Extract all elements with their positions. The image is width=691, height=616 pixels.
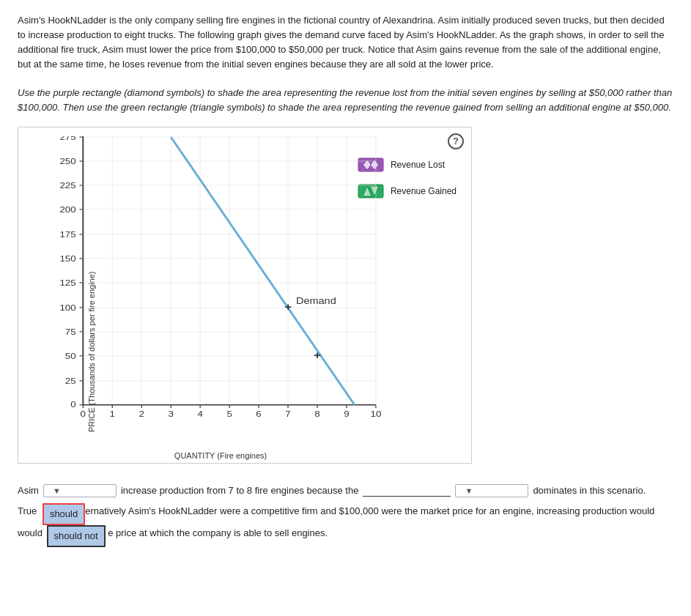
svg-text:6: 6 (256, 409, 261, 418)
sentence-row-2: True should ernatively Asim's HookNLadde… (18, 503, 673, 525)
svg-text:250: 250 (59, 157, 75, 166)
dropdown2-arrow: ▼ (465, 486, 473, 495)
svg-text:3: 3 (168, 409, 173, 418)
svg-text:9: 9 (344, 409, 349, 418)
instruction-paragraph: Use the purple rectangle (diamond symbol… (18, 86, 673, 115)
svg-text:7: 7 (285, 409, 290, 418)
svg-text:50: 50 (65, 352, 76, 361)
suffix-text: dominates in this scenario. (533, 485, 646, 496)
svg-text:Demand: Demand (296, 295, 336, 305)
svg-text:150: 150 (59, 254, 75, 264)
svg-text:+: + (314, 349, 321, 361)
demand-chart: 0 25 50 75 100 125 150 175 200 225 (56, 136, 385, 432)
x-axis-label: QUANTITY (Fire engines) (58, 451, 383, 460)
alt-text-middle: ernatively Asim's HookNLadder were a com… (85, 503, 654, 519)
svg-text:175: 175 (59, 230, 75, 240)
svg-text:5: 5 (226, 409, 232, 418)
svg-text:25: 25 (65, 376, 76, 386)
revenue-lost-label: Revenue Lost (391, 160, 445, 170)
svg-text:200: 200 (59, 205, 75, 215)
middle-text: increase production from 7 to 8 fire eng… (121, 485, 358, 496)
svg-line-75 (171, 137, 355, 405)
asim-label: Asim (18, 485, 39, 496)
would-label: would (18, 525, 45, 541)
svg-text:225: 225 (59, 181, 75, 190)
svg-text:8: 8 (314, 409, 319, 418)
help-icon[interactable]: ? (448, 133, 464, 149)
svg-text:4: 4 (197, 409, 202, 418)
svg-text:+: + (284, 301, 292, 313)
intro-paragraph: Asim's HookNLadder is the only company s… (18, 13, 673, 73)
svg-text:125: 125 (59, 278, 75, 288)
svg-text:275: 275 (59, 136, 75, 142)
svg-text:2: 2 (139, 409, 144, 418)
sentence-row-1: Asim ▼ increase production from 7 to 8 f… (18, 484, 673, 497)
should-not-button[interactable]: should not (47, 525, 106, 547)
blank-field (363, 485, 451, 497)
svg-text:0: 0 (81, 409, 86, 418)
svg-text:0: 0 (70, 400, 75, 409)
dropdown-dominates[interactable]: ▼ (455, 484, 528, 497)
should-button[interactable]: should (43, 503, 85, 525)
revenue-gained-label: Revenue Gained (391, 186, 457, 196)
svg-text:1: 1 (110, 409, 115, 418)
true-label: True (18, 503, 37, 519)
svg-text:100: 100 (59, 303, 75, 313)
sentence-row-3: would should not e price at which the co… (18, 525, 673, 547)
dropdown-should[interactable]: ▼ (43, 484, 117, 497)
svg-text:10: 10 (370, 409, 381, 418)
alt-text-suffix: e price at which the company is able to … (106, 525, 328, 541)
dropdown1-arrow: ▼ (53, 486, 61, 495)
bottom-section: Asim ▼ increase production from 7 to 8 f… (18, 484, 673, 547)
svg-text:75: 75 (65, 327, 76, 337)
graph-container: ? Revenue Lost (18, 127, 472, 464)
